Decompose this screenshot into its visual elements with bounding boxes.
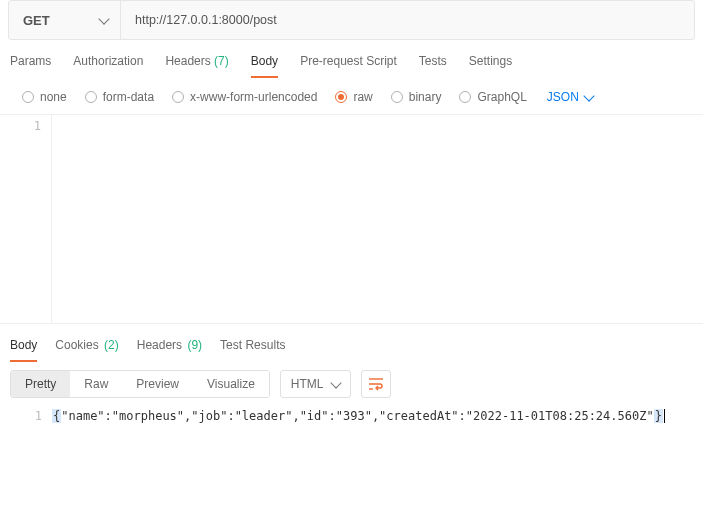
resp-tab-cookies-count: (2) [104, 338, 119, 352]
http-method-select[interactable]: GET [9, 1, 121, 39]
resp-tab-headers[interactable]: Headers (9) [137, 338, 202, 362]
chevron-down-icon [330, 377, 341, 388]
radio-formdata[interactable]: form-data [85, 90, 154, 104]
response-code-content[interactable]: {"name":"morpheus","job":"leader","id":"… [52, 406, 703, 423]
radio-xwww-label: x-www-form-urlencoded [190, 90, 317, 104]
chevron-down-icon [98, 13, 109, 24]
body-type-options: none form-data x-www-form-urlencoded raw… [0, 78, 703, 114]
request-tabs: Params Authorization Headers (7) Body Pr… [0, 40, 703, 78]
line-number: 1 [0, 119, 41, 133]
radio-icon [85, 91, 97, 103]
view-raw-button[interactable]: Raw [70, 371, 122, 397]
response-body-editor[interactable]: 1 {"name":"morpheus","job":"leader","id"… [0, 406, 703, 423]
radio-raw-label: raw [353, 90, 372, 104]
resp-tab-headers-count: (9) [187, 338, 202, 352]
editor-gutter: 1 [0, 115, 52, 323]
view-mode-segment: Pretty Raw Preview Visualize [10, 370, 270, 398]
tab-prerequest[interactable]: Pre-request Script [300, 54, 397, 78]
body-lang-select[interactable]: JSON [547, 90, 593, 104]
radio-binary[interactable]: binary [391, 90, 442, 104]
request-body-editor[interactable]: 1 [0, 114, 703, 324]
view-visualize-button[interactable]: Visualize [193, 371, 269, 397]
resp-tab-cookies-label: Cookies [55, 338, 98, 352]
editor-gutter: 1 [0, 406, 52, 423]
response-lang-select[interactable]: HTML [280, 370, 351, 398]
radio-icon [459, 91, 471, 103]
resp-tab-tests[interactable]: Test Results [220, 338, 285, 362]
radio-raw[interactable]: raw [335, 90, 372, 104]
tab-authorization[interactable]: Authorization [73, 54, 143, 78]
radio-binary-label: binary [409, 90, 442, 104]
radio-graphql-label: GraphQL [477, 90, 526, 104]
wrap-lines-button[interactable] [361, 370, 391, 398]
text-cursor [664, 409, 665, 423]
tab-settings[interactable]: Settings [469, 54, 512, 78]
view-preview-button[interactable]: Preview [122, 371, 193, 397]
url-input[interactable] [121, 1, 694, 39]
tab-params[interactable]: Params [10, 54, 51, 78]
response-tabs: Body Cookies (2) Headers (9) Test Result… [0, 324, 703, 362]
tab-headers[interactable]: Headers (7) [165, 54, 228, 78]
view-pretty-button[interactable]: Pretty [11, 371, 70, 397]
tab-headers-label: Headers [165, 54, 210, 68]
body-lang-label: JSON [547, 90, 579, 104]
tab-body[interactable]: Body [251, 54, 278, 78]
radio-icon [391, 91, 403, 103]
radio-formdata-label: form-data [103, 90, 154, 104]
tab-tests[interactable]: Tests [419, 54, 447, 78]
tab-headers-count: (7) [214, 54, 229, 68]
response-toolbar: Pretty Raw Preview Visualize HTML [0, 362, 703, 406]
resp-tab-cookies[interactable]: Cookies (2) [55, 338, 118, 362]
url-bar: GET [8, 0, 695, 40]
radio-icon [22, 91, 34, 103]
resp-tab-body[interactable]: Body [10, 338, 37, 362]
resp-tab-headers-label: Headers [137, 338, 182, 352]
radio-icon [335, 91, 347, 103]
editor-content[interactable] [52, 115, 703, 323]
radio-none-label: none [40, 90, 67, 104]
radio-none[interactable]: none [22, 90, 67, 104]
wrap-icon [368, 377, 384, 391]
radio-xwww[interactable]: x-www-form-urlencoded [172, 90, 317, 104]
http-method-label: GET [23, 13, 50, 28]
code-line: {"name":"morpheus","job":"leader","id":"… [52, 409, 663, 423]
chevron-down-icon [583, 90, 594, 101]
line-number: 1 [0, 409, 42, 423]
radio-icon [172, 91, 184, 103]
response-lang-label: HTML [291, 377, 324, 391]
radio-graphql[interactable]: GraphQL [459, 90, 526, 104]
